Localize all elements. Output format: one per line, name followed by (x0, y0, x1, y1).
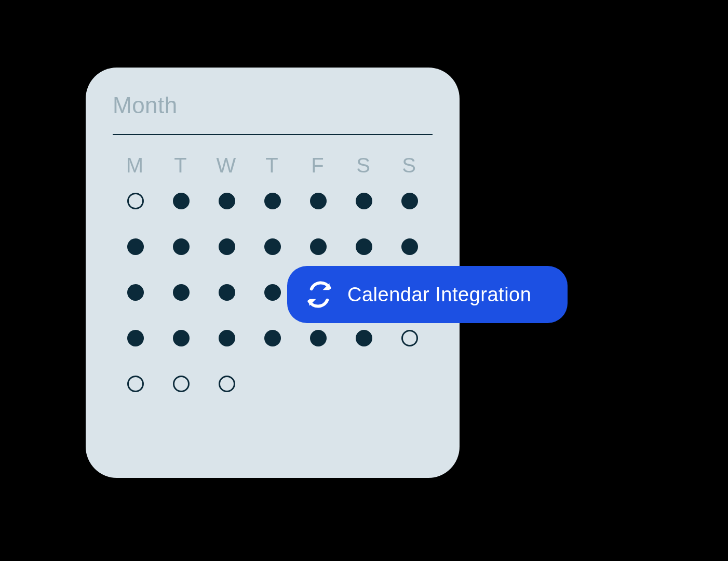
day-cell (341, 376, 387, 392)
weekday-label: F (295, 154, 341, 177)
day-dot-filled (264, 193, 281, 209)
integration-label: Calendar Integration (347, 284, 531, 306)
day-dot-empty (264, 376, 281, 392)
refresh-icon (306, 281, 333, 308)
day-cell (113, 193, 158, 209)
day-dot-filled (219, 284, 235, 301)
day-cell (295, 193, 341, 209)
day-dot-filled (264, 238, 281, 255)
day-dot-filled (173, 284, 190, 301)
day-cell (250, 330, 295, 346)
day-dot-filled (356, 238, 372, 255)
day-dot-empty (310, 376, 327, 392)
day-dot-hollow (219, 376, 235, 392)
weekday-label: S (387, 154, 433, 177)
day-cell (158, 330, 204, 346)
day-dot-filled (310, 238, 327, 255)
day-cell (158, 284, 204, 301)
day-dot-hollow (127, 193, 144, 209)
day-cell (204, 284, 250, 301)
day-cell (295, 238, 341, 255)
day-cell (113, 284, 158, 301)
day-cell (204, 238, 250, 255)
day-dot-filled (310, 330, 327, 346)
weekday-row: M T W T F S S (113, 154, 433, 177)
day-dot-filled (127, 284, 144, 301)
day-cell (250, 238, 295, 255)
day-cell (113, 238, 158, 255)
day-cell (250, 376, 295, 392)
day-cell (113, 330, 158, 346)
day-cell (204, 376, 250, 392)
day-cell (158, 238, 204, 255)
day-dot-filled (219, 330, 235, 346)
day-dot-filled (127, 238, 144, 255)
day-cell (158, 376, 204, 392)
day-dot-hollow (401, 330, 418, 346)
day-dot-hollow (173, 376, 190, 392)
day-cell (113, 376, 158, 392)
day-dot-filled (310, 193, 327, 209)
day-cell (387, 330, 433, 346)
day-cell (204, 193, 250, 209)
calendar-integration-button[interactable]: Calendar Integration (287, 266, 568, 323)
header-divider (113, 134, 433, 135)
day-cell (341, 238, 387, 255)
day-cell (341, 330, 387, 346)
day-cell (250, 193, 295, 209)
day-dot-filled (401, 193, 418, 209)
day-dot-filled (127, 330, 144, 346)
day-cell (387, 193, 433, 209)
day-cell (387, 238, 433, 255)
day-dot-filled (264, 284, 281, 301)
weekday-label: W (204, 154, 250, 177)
day-dot-hollow (127, 376, 144, 392)
day-dot-filled (356, 193, 372, 209)
day-cell (387, 376, 433, 392)
calendar-title: Month (113, 92, 433, 118)
day-cell (341, 193, 387, 209)
day-cell (295, 376, 341, 392)
day-dot-filled (356, 330, 372, 346)
day-cell (204, 330, 250, 346)
day-cell (158, 193, 204, 209)
day-dot-filled (219, 193, 235, 209)
day-dot-filled (401, 238, 418, 255)
weekday-label: S (341, 154, 387, 177)
day-dot-filled (173, 330, 190, 346)
weekday-label: T (158, 154, 204, 177)
weekday-label: T (250, 154, 295, 177)
weekday-label: M (113, 154, 158, 177)
day-dot-filled (173, 238, 190, 255)
day-cell (295, 330, 341, 346)
day-dot-empty (356, 376, 372, 392)
day-dot-filled (173, 193, 190, 209)
day-dot-filled (219, 238, 235, 255)
day-dot-empty (401, 376, 418, 392)
day-dot-filled (264, 330, 281, 346)
